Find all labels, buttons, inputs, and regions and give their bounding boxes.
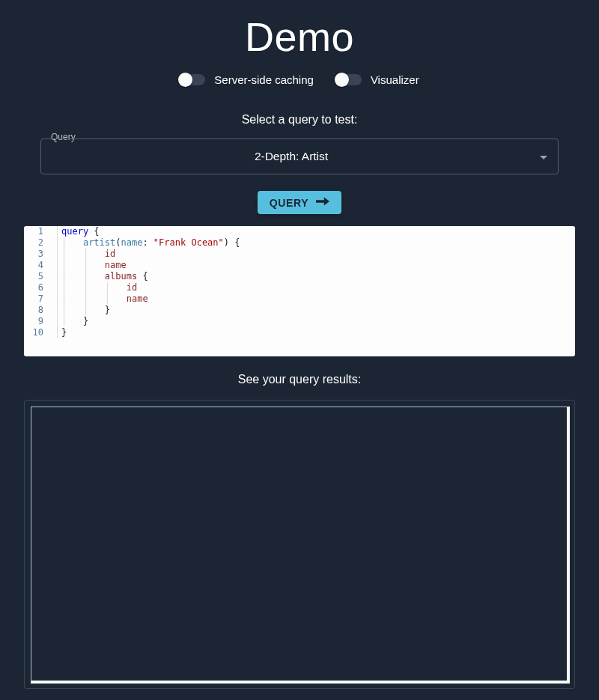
code-content: │ │ name — [57, 260, 575, 271]
switch-thumb-icon — [335, 73, 349, 87]
results-panel — [24, 400, 575, 689]
page-title: Demo — [0, 13, 599, 60]
code-line: 1query { — [24, 226, 575, 237]
query-select-prompt: Select a query to test: — [0, 113, 599, 127]
code-editor[interactable]: 1query {2│ artist(name: "Frank Ocean") {… — [24, 226, 575, 356]
code-content: │ │ │ name — [57, 293, 575, 305]
server-caching-switch[interactable] — [180, 74, 205, 85]
line-number: 8 — [24, 305, 57, 316]
code-line: 7│ │ │ name — [24, 293, 575, 305]
code-line: 5│ │ albums { — [24, 271, 575, 282]
code-line: 6│ │ │ id — [24, 282, 575, 293]
code-content: │ │ id — [57, 249, 575, 260]
toggle-server-caching: Server-side caching — [180, 73, 314, 86]
results-heading: See your query results: — [0, 373, 599, 386]
line-number: 7 — [24, 293, 57, 305]
line-number: 1 — [24, 226, 57, 237]
results-viewport[interactable] — [31, 407, 570, 684]
code-line: 8│ │ } — [24, 305, 575, 316]
switch-thumb-icon — [178, 73, 192, 87]
query-select[interactable]: 2-Depth: Artist — [40, 139, 559, 174]
line-number: 10 — [24, 327, 57, 338]
toggle-row: Server-side caching Visualizer — [0, 73, 599, 86]
query-select-field: Query 2-Depth: Artist — [40, 139, 559, 174]
query-button[interactable]: QUERY — [258, 191, 341, 214]
code-line: 4│ │ name — [24, 260, 575, 271]
line-number: 6 — [24, 282, 57, 293]
query-select-value: 2-Depth: Artist — [255, 150, 328, 162]
line-number: 4 — [24, 260, 57, 271]
line-number: 2 — [24, 237, 57, 249]
code-line: 10} — [24, 327, 575, 338]
chevron-down-icon — [540, 150, 547, 163]
line-number: 3 — [24, 249, 57, 260]
visualizer-label: Visualizer — [371, 73, 419, 86]
arrow-right-icon — [316, 196, 329, 209]
code-content: │ │ albums { — [57, 271, 575, 282]
visualizer-switch[interactable] — [336, 74, 362, 85]
code-content: │ artist(name: "Frank Ocean") { — [57, 237, 575, 249]
code-content: } — [57, 327, 575, 338]
code-content: │ } — [57, 316, 575, 327]
line-number: 9 — [24, 316, 57, 327]
toggle-visualizer: Visualizer — [336, 73, 419, 86]
code-content: │ │ │ id — [57, 282, 575, 293]
server-caching-label: Server-side caching — [214, 73, 314, 86]
code-content: query { — [57, 226, 575, 237]
code-content: │ │ } — [57, 305, 575, 316]
code-line: 3│ │ id — [24, 249, 575, 260]
code-line: 9│ } — [24, 316, 575, 327]
query-button-label: QUERY — [270, 197, 308, 209]
code-line: 2│ artist(name: "Frank Ocean") { — [24, 237, 575, 249]
line-number: 5 — [24, 271, 57, 282]
